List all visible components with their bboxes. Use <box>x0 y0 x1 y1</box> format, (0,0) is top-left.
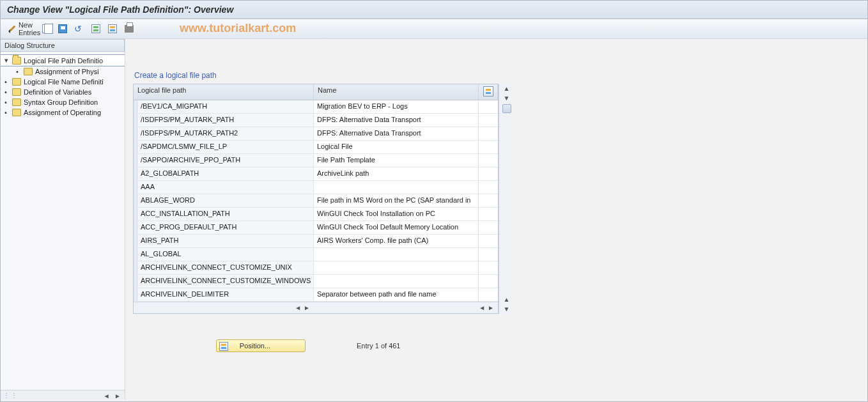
select-block-icon[interactable] <box>105 22 120 36</box>
cell-logical-path[interactable]: ABLAGE_WORD <box>137 194 314 207</box>
folder-icon <box>12 109 21 116</box>
select-all-icon[interactable] <box>89 22 103 36</box>
position-icon <box>219 342 228 351</box>
scroll-right-icon[interactable]: ► <box>488 304 494 311</box>
table-row[interactable]: AAA <box>134 181 498 194</box>
cell-logical-path[interactable]: A2_GLOBALPATH <box>137 167 314 180</box>
table-row[interactable]: A2_GLOBALPATHArchiveLink path <box>134 167 498 181</box>
configure-columns-icon[interactable] <box>483 86 493 97</box>
cell-name[interactable]: AIRS Workers' Comp. file path (CA) <box>314 235 479 247</box>
cell-name[interactable]: Separator between path and file name <box>314 288 479 301</box>
title-bar: Change View "Logical File Path Definitio… <box>1 1 867 19</box>
cell-name[interactable] <box>314 275 479 288</box>
tree-item-syntax-group-def[interactable]: • Syntax Group Definition <box>1 97 125 107</box>
scroll-up-icon[interactable]: ▲ <box>504 84 510 93</box>
cell-name[interactable] <box>314 261 479 274</box>
cell-logical-path[interactable]: /ISDFPS/PM_AUTARK_PATH <box>137 114 314 127</box>
cell-logical-path[interactable]: /SAPPO/ARCHIVE_PPO_PATH <box>137 154 314 167</box>
cell-name[interactable]: DFPS: Alternative Data Transport <box>314 114 479 127</box>
cell-name[interactable]: DFPS: Alternative Data Transport <box>314 127 479 140</box>
bullet-icon: • <box>4 88 12 96</box>
cell-name[interactable]: File path in MS Word on the PC (SAP stan… <box>314 194 479 207</box>
cell-logical-path[interactable]: ACC_PROG_DEFAULT_PATH <box>137 221 314 234</box>
cell-logical-path[interactable]: /BEV1/CA_MIGPATH <box>137 100 314 113</box>
cell-name[interactable]: Logical File <box>314 141 479 153</box>
scroll-right-icon[interactable]: ► <box>304 304 310 311</box>
tree-item-label: Assignment of Operating <box>24 109 101 116</box>
position-label: Position... <box>240 342 270 350</box>
cell-name[interactable]: File Path Template <box>314 154 479 167</box>
scroll-left-icon[interactable]: ◄ <box>479 304 485 311</box>
scroll-down-icon[interactable]: ▼ <box>504 93 510 103</box>
tree-item-assignment-operating[interactable]: • Assignment of Operating <box>1 107 125 118</box>
table-row[interactable]: ABLAGE_WORDFile path in MS Word on the P… <box>134 194 498 208</box>
tree-item-definition-variables[interactable]: • Definition of Variables <box>1 87 125 97</box>
cell-logical-path[interactable]: AL_GLOBAL <box>137 248 314 261</box>
cell-name[interactable] <box>314 248 479 261</box>
app-window: Change View "Logical File Path Definitio… <box>0 0 868 402</box>
entry-count-label: Entry 1 of 461 <box>357 342 401 350</box>
toggle-edit-icon[interactable] <box>6 22 20 36</box>
copy-icon[interactable] <box>39 22 53 36</box>
scroll-up-icon[interactable]: ▲ <box>504 295 510 304</box>
tree-item-logical-file-name-def[interactable]: • Logical File Name Definiti <box>1 77 125 87</box>
scroll-right-icon[interactable]: ► <box>114 392 121 399</box>
grid-footer: Position... Entry 1 of 461 <box>133 339 867 352</box>
page-title: Change View "Logical File Path Definitio… <box>7 4 233 15</box>
new-entries-button[interactable]: New Entries <box>22 22 36 36</box>
table-row[interactable]: AL_GLOBAL <box>134 248 498 261</box>
dialog-structure-tree: ▾ Logical File Path Definitio • Assignme… <box>1 52 125 390</box>
cell-logical-path[interactable]: ARCHIVELINK_CONNECT_CUSTOMIZE_UNIX <box>137 261 314 274</box>
cell-logical-path[interactable]: ARCHIVELINK_CONNECT_CUSTOMIZE_WINDOWS <box>137 275 314 288</box>
main-panel: Create a logical file path Logical file … <box>125 39 867 400</box>
watermark-text: www.tutorialkart.com <box>180 22 296 35</box>
table-row[interactable]: /SAPDMC/LSMW_FILE_LPLogical File <box>134 141 498 154</box>
cell-name[interactable] <box>314 181 479 194</box>
cell-logical-path[interactable]: /ISDFPS/PM_AUTARK_PATH2 <box>137 127 314 140</box>
scroll-thumb[interactable] <box>502 104 511 113</box>
sidebar-hscroll[interactable]: ⋮⋮ ◄ ► <box>1 390 125 400</box>
folder-icon <box>12 98 21 106</box>
cell-logical-path[interactable]: /SAPDMC/LSMW_FILE_LP <box>137 141 314 153</box>
table-row[interactable]: ARCHIVELINK_CONNECT_CUSTOMIZE_UNIX <box>134 261 498 275</box>
column-header-name[interactable]: Name <box>314 84 479 100</box>
table-row[interactable]: ACC_PROG_DEFAULT_PATHWinGUI Check Tool D… <box>134 221 498 235</box>
table-row[interactable]: /BEV1/CA_MIGPATHMigration BEV to ERP - L… <box>134 100 498 114</box>
tree-item-logical-file-path-def[interactable]: ▾ Logical File Path Definitio <box>1 54 125 66</box>
table-row[interactable]: /SAPPO/ARCHIVE_PPO_PATHFile Path Templat… <box>134 154 498 167</box>
grid-vscroll[interactable]: ▲ ▼ ▲ ▼ <box>499 84 514 314</box>
cell-name[interactable]: ArchiveLink path <box>314 167 479 180</box>
tree-item-assignment-physical[interactable]: • Assignment of Physi <box>1 66 125 77</box>
table-row[interactable]: ARCHIVELINK_DELIMITERSeparator between p… <box>134 288 498 302</box>
sidebar: Dialog Structure ▾ Logical File Path Def… <box>1 39 125 400</box>
content-area: Dialog Structure ▾ Logical File Path Def… <box>1 39 867 400</box>
cell-logical-path[interactable]: ARCHIVELINK_DELIMITER <box>137 288 314 301</box>
table-row[interactable]: /ISDFPS/PM_AUTARK_PATH2DFPS: Alternative… <box>134 127 498 141</box>
cell-logical-path[interactable]: ACC_INSTALLATION_PATH <box>137 208 314 220</box>
cell-name[interactable]: WinGUI Check Tool Installation on PC <box>314 208 479 220</box>
sidebar-header: Dialog Structure <box>1 39 125 52</box>
save-icon[interactable] <box>56 22 70 36</box>
print-icon[interactable] <box>122 22 136 36</box>
folder-icon <box>12 88 21 96</box>
table-row[interactable]: AIRS_PATHAIRS Workers' Comp. file path (… <box>134 235 498 248</box>
table-row[interactable]: /ISDFPS/PM_AUTARK_PATHDFPS: Alternative … <box>134 114 498 127</box>
scroll-left-icon[interactable]: ◄ <box>104 392 110 399</box>
cell-logical-path[interactable]: AIRS_PATH <box>137 235 314 247</box>
column-header-path[interactable]: Logical file path <box>134 84 314 100</box>
grid-body: /BEV1/CA_MIGPATHMigration BEV to ERP - L… <box>134 100 498 302</box>
cell-name[interactable]: Migration BEV to ERP - Logs <box>314 100 479 113</box>
scroll-down-icon[interactable]: ▼ <box>504 304 510 314</box>
bullet-icon: • <box>16 68 24 75</box>
position-button[interactable]: Position... <box>216 339 306 352</box>
table-row[interactable]: ARCHIVELINK_CONNECT_CUSTOMIZE_WINDOWS <box>134 275 498 288</box>
cell-logical-path[interactable]: AAA <box>137 181 314 194</box>
scroll-left-icon[interactable]: ◄ <box>295 304 301 311</box>
resize-grip-icon[interactable]: ⋮⋮ <box>3 392 19 399</box>
column-header-select[interactable] <box>479 84 498 100</box>
cell-name[interactable]: WinGUI Check Tool Default Memory Locatio… <box>314 221 479 234</box>
table-row[interactable]: ACC_INSTALLATION_PATHWinGUI Check Tool I… <box>134 208 498 221</box>
file-path-grid: Logical file path Name /BEV1/CA_MIGPATHM… <box>133 84 499 314</box>
folder-open-icon <box>12 57 21 65</box>
undo-icon[interactable] <box>72 22 86 36</box>
